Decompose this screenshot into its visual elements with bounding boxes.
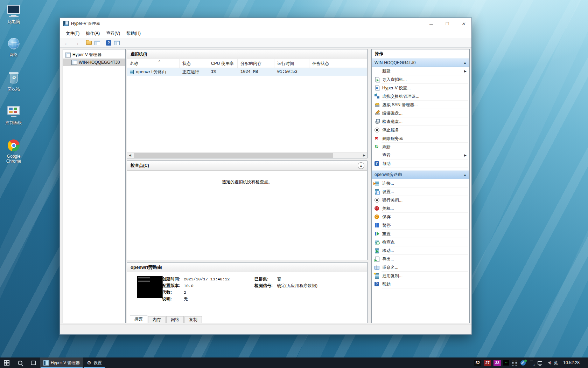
connected-device-icon[interactable] [520,360,526,366]
show-console-tree-icon[interactable] [94,41,100,45]
column-name[interactable]: 名称 [127,59,180,68]
action-reset[interactable]: 重置 [372,230,469,238]
maximize-button[interactable] [439,18,455,29]
action-stop-service[interactable]: 停止服务 [372,126,469,134]
menu-file[interactable]: 文件(F) [63,29,83,38]
action-import-vm[interactable]: 导入虚拟机... [372,75,469,84]
tab-replication[interactable]: 复制 [184,316,202,323]
network-status-icon[interactable] [537,360,543,366]
chrome-icon [6,139,21,153]
action-move[interactable]: 移动... [372,246,469,255]
activity-monitor-icon[interactable]: ~ [503,360,509,366]
action-help-server[interactable]: 帮助 [372,159,469,168]
action-virtual-switch-manager[interactable]: 虚拟交换机管理器... [372,92,469,101]
clock[interactable]: 10:52:28 [560,360,582,365]
turn-off-icon [374,197,380,203]
scroll-left-icon[interactable]: ◀ [127,152,133,158]
scroll-right-icon[interactable]: ▶ [361,152,367,158]
menu-bar: 文件(F) 操作(A) 查看(V) 帮助(H) [60,29,471,38]
tree-item-root[interactable]: Hyper-V 管理器 [63,51,125,59]
vm-task-cell [309,68,367,76]
rename-icon [374,265,380,270]
search-button[interactable] [13,357,27,368]
desktop-icon-network[interactable]: 网络 [2,37,25,57]
collapse-panel-button[interactable]: ▲ [358,162,364,169]
action-help-vm[interactable]: 帮助 [372,280,469,288]
tray-badge-usage[interactable]: 33 [493,360,501,366]
ime-language-indicator[interactable]: 英 [554,360,558,366]
action-turn-off[interactable]: 强行关闭... [372,196,469,204]
action-refresh[interactable]: 刷新 [372,143,469,151]
action-shut-down[interactable]: 关机... [372,204,469,213]
action-pause[interactable]: 暂停 [372,221,469,230]
actions-section-vm-header[interactable]: openwrt旁路由 ▲ [372,170,469,179]
action-new[interactable]: 新建▶ [372,67,469,75]
tab-networking[interactable]: 网络 [166,316,184,323]
horizontal-scrollbar[interactable]: ◀ ▶ [127,152,367,158]
vm-table-row[interactable]: openwrt旁路由 正在运行 1% 1024 MB 01:50:53 [127,68,367,76]
menu-help[interactable]: 帮助(H) [123,29,144,38]
close-button[interactable] [455,18,471,29]
action-settings[interactable]: 设置... [372,188,469,196]
desktop-icon-control-panel[interactable]: 控制面板 [2,105,25,125]
app-grid-tray-icon[interactable] [512,360,518,366]
action-checkpoint[interactable]: 检查点 [372,238,469,246]
task-view-icon [31,361,36,365]
action-hyperv-settings[interactable]: Hyper-V 设置... [372,84,469,92]
windows-logo-icon [4,360,9,366]
start-button[interactable] [0,357,13,368]
column-uptime[interactable]: 运行时间 [274,59,309,68]
export-list-icon[interactable] [86,41,92,45]
forward-icon[interactable]: → [73,39,80,46]
vm-table-header: 名称 状态 CPU 使用率 分配的内存 运行时间 任务状态 [127,59,367,68]
network-icon [6,37,21,51]
column-cpu[interactable]: CPU 使用率 [208,59,238,68]
tree-item-server[interactable]: WIN-HOQQEGG4TJ0 [63,59,125,66]
desktop-icon-this-pc[interactable]: 此电脑 [2,4,25,24]
title-bar[interactable]: Hyper-V 管理器 [60,18,471,29]
desktop-icon-recycle-bin[interactable]: ♻ 回收站 [2,71,25,91]
volume-muted-icon[interactable] [545,360,551,366]
desktop-icon-google-chrome[interactable]: Google Chrome [2,139,25,164]
action-connect[interactable]: 连接... [372,179,469,188]
taskbar-app-hyperv[interactable]: Hyper-V 管理器 [40,357,83,368]
action-edit-disk[interactable]: 编辑磁盘... [372,109,469,117]
column-memory[interactable]: 分配的内存 [238,59,274,68]
collapse-section-icon[interactable]: ▲ [463,173,467,177]
column-task-status[interactable]: 任务状态 [309,59,367,68]
menu-action[interactable]: 操作(A) [83,29,103,38]
tray-badge-temp[interactable]: 27 [484,360,491,366]
column-state[interactable]: 状态 [180,59,208,68]
actions-title: 操作 [372,49,469,58]
minimize-button[interactable] [423,18,439,29]
toolbar-help-icon[interactable]: ? [106,40,111,46]
no-icon [374,68,380,74]
action-save[interactable]: 保存 [372,213,469,221]
menu-view[interactable]: 查看(V) [103,29,123,38]
tray-badge-cpu[interactable]: 52 [474,360,481,366]
action-remove-server[interactable]: 删除服务器 [372,134,469,143]
collapse-section-icon[interactable]: ▲ [463,61,467,64]
usb-device-icon[interactable] [528,360,534,366]
action-rename[interactable]: 重命名... [372,263,469,272]
action-export[interactable]: 导出... [372,255,469,263]
action-virtual-san-manager[interactable]: 虚拟 SAN 管理器... [372,101,469,109]
details-tabs: 摘要 内存 网络 复制 [130,315,203,323]
scrollbar-thumb[interactable] [134,153,333,158]
desktop-icon-label: 控制面板 [2,120,25,125]
taskbar-app-settings[interactable]: ⚙ 设置 [83,357,105,368]
back-icon[interactable]: ← [63,39,70,46]
tab-memory[interactable]: 内存 [148,316,166,323]
vm-panel-title: 虚拟机(I) [131,51,147,57]
field-label: 说明: [162,296,184,302]
vm-thumbnail[interactable] [137,276,163,298]
action-enable-replication[interactable]: 启用复制... [372,272,469,280]
actions-section-server-header[interactable]: WIN-HOQQEGG4TJ0 ▲ [372,58,469,67]
action-inspect-disk[interactable]: 检查磁盘... [372,117,469,126]
vm-details-panel: openwrt旁路由 创建时间:2023/10/17 13:48:12 配置版本… [127,262,368,323]
action-view[interactable]: 查看▶ [372,151,469,159]
show-action-pane-icon[interactable] [114,41,120,45]
hyperv-manager-window: Hyper-V 管理器 文件(F) 操作(A) 查看(V) 帮助(H) ← → … [59,18,472,335]
tab-summary[interactable]: 摘要 [130,315,147,323]
task-view-button[interactable] [27,357,40,368]
